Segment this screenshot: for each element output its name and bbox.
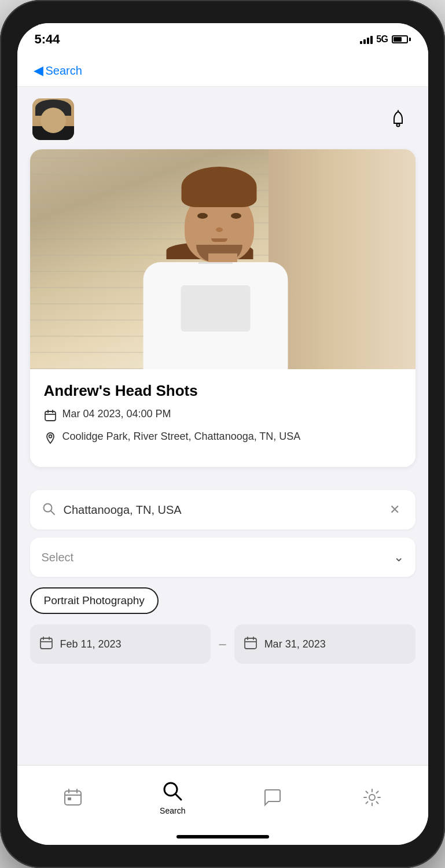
date-to-button[interactable]: Mar 31, 2023 bbox=[234, 624, 415, 664]
status-time: 5:44 bbox=[35, 32, 60, 47]
nav-item-settings[interactable] bbox=[349, 786, 395, 809]
session-datetime-row: Mar 04 2023, 04:00 PM bbox=[44, 408, 402, 425]
svg-rect-9 bbox=[41, 638, 52, 649]
location-pin-icon bbox=[44, 432, 57, 447]
category-select[interactable]: Select ⌄ bbox=[30, 538, 415, 577]
back-label: Search bbox=[46, 64, 82, 78]
svg-rect-2 bbox=[45, 411, 56, 421]
session-title: Andrew's Head Shots bbox=[44, 382, 402, 400]
location-value: Chattanooga, TN, USA bbox=[64, 503, 377, 517]
search-nav-icon bbox=[161, 779, 184, 803]
session-card[interactable]: Andrew's Head Shots Mar 04 2023, 04:00 P… bbox=[30, 149, 415, 467]
person-illustration bbox=[30, 149, 415, 369]
clear-search-button[interactable]: ✕ bbox=[385, 501, 404, 519]
phone-frame: 5:44 5G ◀ Sea bbox=[0, 0, 445, 868]
status-icons: 5G bbox=[360, 34, 410, 45]
svg-rect-13 bbox=[245, 638, 256, 649]
svg-point-0 bbox=[396, 124, 399, 127]
svg-point-24 bbox=[369, 795, 375, 800]
back-chevron-icon: ◀ bbox=[34, 63, 43, 78]
calendar-from-icon bbox=[39, 636, 53, 652]
date-to-value: Mar 31, 2023 bbox=[264, 638, 326, 650]
nav-item-messages[interactable] bbox=[249, 786, 296, 809]
select-label: Select bbox=[42, 551, 74, 564]
status-bar: 5:44 5G bbox=[17, 23, 428, 55]
calendar-small-icon bbox=[44, 409, 57, 425]
session-location-row: Coolidge Park, River Street, Chattanooga… bbox=[44, 431, 402, 447]
home-bar bbox=[176, 835, 269, 838]
svg-line-8 bbox=[51, 511, 54, 514]
calendar-to-icon bbox=[244, 636, 258, 652]
svg-line-23 bbox=[175, 794, 181, 800]
date-from-button[interactable]: Feb 11, 2023 bbox=[30, 624, 211, 664]
svg-rect-17 bbox=[65, 791, 81, 805]
calendar-nav-icon bbox=[61, 786, 84, 809]
phone-screen: 5:44 5G ◀ Sea bbox=[17, 23, 428, 845]
svg-point-6 bbox=[49, 435, 52, 438]
chevron-down-icon: ⌄ bbox=[393, 550, 404, 565]
nav-item-calendar[interactable] bbox=[50, 786, 96, 809]
session-info: Andrew's Head Shots Mar 04 2023, 04:00 P… bbox=[30, 369, 415, 467]
session-photo bbox=[30, 149, 415, 369]
nav-item-search[interactable]: Search bbox=[149, 779, 196, 815]
separator bbox=[30, 476, 415, 481]
avatar-image bbox=[32, 98, 74, 140]
home-indicator bbox=[17, 829, 428, 845]
session-location: Coolidge Park, River Street, Chattanooga… bbox=[62, 431, 301, 443]
settings-nav-icon bbox=[361, 786, 384, 809]
messages-nav-icon bbox=[261, 786, 284, 809]
battery-icon bbox=[392, 35, 411, 43]
nav-bar: ◀ Search bbox=[17, 55, 428, 87]
search-section: Chattanooga, TN, USA ✕ Select ⌄ Portrait… bbox=[30, 490, 415, 664]
tag-portrait-photography[interactable]: Portrait Photography bbox=[30, 587, 159, 614]
network-type: 5G bbox=[376, 34, 388, 45]
main-content: Andrew's Head Shots Mar 04 2023, 04:00 P… bbox=[17, 87, 428, 765]
location-search-bar[interactable]: Chattanooga, TN, USA ✕ bbox=[30, 490, 415, 529]
user-avatar[interactable] bbox=[32, 98, 74, 140]
date-range-separator: – bbox=[219, 637, 226, 652]
date-range: Feb 11, 2023 – Mar 31, 2023 bbox=[30, 624, 415, 664]
signal-bars-icon bbox=[360, 35, 373, 44]
svg-rect-21 bbox=[68, 797, 71, 800]
bell-icon bbox=[388, 109, 408, 129]
profile-header bbox=[30, 98, 415, 140]
search-icon bbox=[42, 502, 56, 518]
bottom-nav: Search bbox=[17, 765, 428, 829]
search-nav-label: Search bbox=[160, 806, 185, 815]
notifications-button[interactable] bbox=[383, 104, 413, 134]
content-spacer bbox=[30, 673, 415, 759]
tags-row: Portrait Photography bbox=[30, 585, 415, 616]
back-button[interactable]: ◀ Search bbox=[34, 63, 82, 78]
session-datetime: Mar 04 2023, 04:00 PM bbox=[62, 408, 171, 420]
date-from-value: Feb 11, 2023 bbox=[60, 638, 122, 650]
